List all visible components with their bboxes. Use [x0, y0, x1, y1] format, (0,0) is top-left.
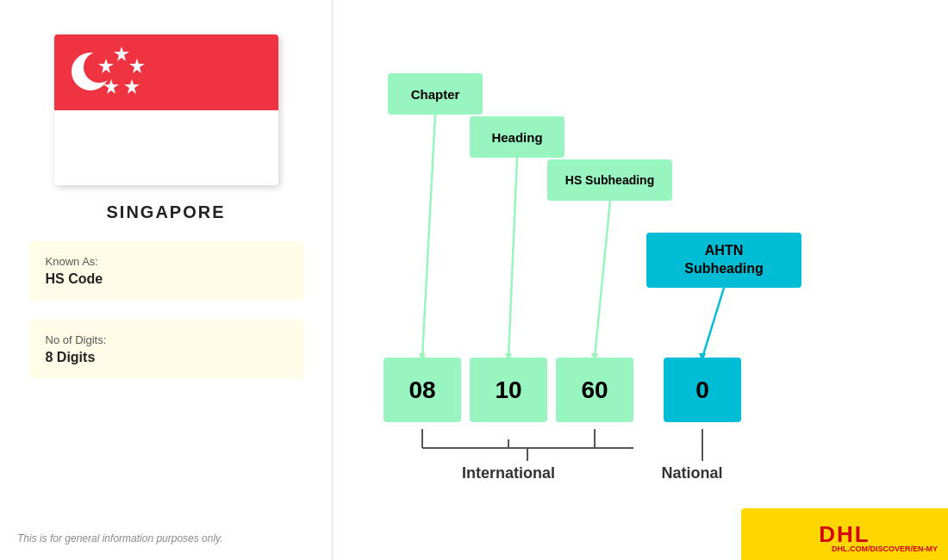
chapter-box: Chapter — [388, 73, 483, 115]
digits-box: No of Digits: 8 Digits — [28, 320, 304, 379]
dhl-logo: DHL — [819, 521, 870, 548]
num-60-box: 60 — [556, 358, 633, 422]
num-08-box: 08 — [384, 358, 461, 422]
svg-line-9 — [508, 158, 517, 358]
svg-line-11 — [595, 201, 610, 358]
ahtn-box: AHTN Subheading — [646, 233, 801, 288]
flag-bottom-half — [54, 110, 278, 186]
dhl-branding: DHL DHL.COM/DISCOVER/EN-MY — [741, 508, 948, 560]
svg-line-7 — [422, 115, 435, 358]
digits-label: No of Digits: — [46, 333, 287, 346]
svg-marker-2 — [114, 47, 129, 61]
hs-subheading-box: HS Subheading — [547, 159, 672, 201]
national-label: National — [653, 464, 731, 482]
known-as-label: Known As: — [46, 255, 287, 268]
flag-top-half — [54, 34, 278, 110]
international-label: International — [384, 464, 633, 482]
num-10-box: 10 — [470, 358, 547, 422]
known-as-box: Known As: HS Code — [28, 241, 304, 301]
known-as-value: HS Code — [46, 271, 287, 287]
num-0-box: 0 — [664, 358, 741, 422]
dhl-url: DHL.COM/DISCOVER/EN-MY — [832, 544, 938, 553]
singapore-flag — [54, 34, 278, 185]
digits-value: 8 Digits — [46, 350, 287, 365]
right-panel: Chapter Heading HS Subheading AHTN Subhe… — [336, 26, 939, 534]
svg-marker-3 — [129, 59, 145, 73]
heading-box: Heading — [470, 116, 564, 158]
left-panel: SINGAPORE Known As: HS Code No of Digits… — [0, 0, 332, 560]
panel-divider — [332, 0, 333, 560]
svg-point-1 — [84, 52, 115, 83]
svg-line-13 — [702, 288, 724, 358]
disclaimer: This is for general information purposes… — [17, 532, 223, 544]
svg-marker-4 — [124, 79, 140, 94]
country-name: SINGAPORE — [106, 202, 225, 222]
